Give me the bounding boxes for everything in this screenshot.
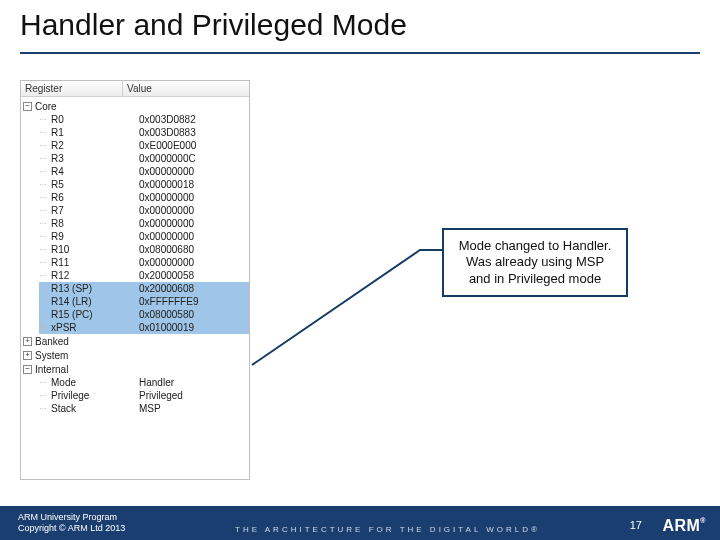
register-row[interactable]: ⋯R10x003D0883 (39, 126, 249, 139)
register-value: 0x0000000C (133, 153, 249, 164)
tree-tick-icon: ⋯ (39, 258, 47, 267)
internal-value: Handler (133, 377, 249, 388)
register-row[interactable]: ⋯R40x00000000 (39, 165, 249, 178)
register-name: R2 (49, 140, 133, 151)
register-name: R11 (49, 257, 133, 268)
register-value: 0x01000019 (133, 322, 249, 333)
register-value: 0x08000680 (133, 244, 249, 255)
register-row[interactable]: ⋯R90x00000000 (39, 230, 249, 243)
register-row[interactable]: ⋯R110x00000000 (39, 256, 249, 269)
tree-tick-icon: ⋯ (39, 391, 47, 400)
tree-tick-icon: ⋯ (39, 310, 47, 319)
tree-tick-icon: ⋯ (39, 206, 47, 215)
tree-tick-icon: ⋯ (39, 245, 47, 254)
internal-name: Mode (49, 377, 133, 388)
plus-icon[interactable]: ⊞ (39, 323, 47, 332)
register-value: 0x20000608 (133, 283, 249, 294)
tree-tick-icon: ⋯ (39, 284, 47, 293)
register-row[interactable]: ⋯R60x00000000 (39, 191, 249, 204)
footer-bar: ARM University Program Copyright © ARM L… (0, 506, 720, 540)
group-core-label: Core (35, 101, 57, 112)
tree-tick-icon: ⋯ (39, 141, 47, 150)
col-header-register[interactable]: Register (21, 81, 123, 96)
page-title: Handler and Privileged Mode (20, 8, 407, 42)
register-name: R8 (49, 218, 133, 229)
group-system[interactable]: + System (21, 348, 249, 362)
register-row[interactable]: ⋯R100x08000680 (39, 243, 249, 256)
register-row[interactable]: ⊞xPSR0x01000019 (39, 321, 249, 334)
footer-tagline: THE ARCHITECTURE FOR THE DIGITAL WORLD® (235, 525, 540, 534)
tree-tick-icon: ⋯ (39, 219, 47, 228)
group-internal[interactable]: − Internal (21, 362, 249, 376)
register-row[interactable]: ⋯R20xE000E000 (39, 139, 249, 152)
register-name: R3 (49, 153, 133, 164)
internal-name: Stack (49, 403, 133, 414)
register-name: R6 (49, 192, 133, 203)
register-name: R15 (PC) (49, 309, 133, 320)
register-row[interactable]: ⋯R70x00000000 (39, 204, 249, 217)
register-row[interactable]: ⋯R13 (SP)0x20000608 (39, 282, 249, 295)
tree-tick-icon: ⋯ (39, 193, 47, 202)
register-row[interactable]: ⋯R30x0000000C (39, 152, 249, 165)
registered-mark: ® (700, 517, 706, 524)
tree-tick-icon: ⋯ (39, 180, 47, 189)
internal-value: Privileged (133, 390, 249, 401)
tree-tick-icon: ⋯ (39, 154, 47, 163)
tree-tick-icon: ⋯ (39, 232, 47, 241)
internal-row[interactable]: ⋯StackMSP (39, 402, 249, 415)
register-name: R5 (49, 179, 133, 190)
tree-tick-icon: ⋯ (39, 297, 47, 306)
page-number: 17 (630, 519, 642, 531)
register-name: R4 (49, 166, 133, 177)
register-value: 0x00000000 (133, 231, 249, 242)
group-core[interactable]: − Core (21, 99, 249, 113)
callout-box: Mode changed to Handler. Was already usi… (442, 228, 628, 297)
plus-icon[interactable]: + (23, 351, 32, 360)
register-row[interactable]: ⋯R14 (LR)0xFFFFFFE9 (39, 295, 249, 308)
register-name: R7 (49, 205, 133, 216)
group-banked-label: Banked (35, 336, 69, 347)
col-header-value[interactable]: Value (123, 81, 249, 96)
slide: Handler and Privileged Mode Register Val… (0, 0, 720, 540)
arm-logo-text: ARM (662, 517, 700, 534)
minus-icon[interactable]: − (23, 365, 32, 374)
internal-row[interactable]: ⋯ModeHandler (39, 376, 249, 389)
register-value: 0x00000000 (133, 166, 249, 177)
arm-logo: ARM® (662, 517, 706, 535)
register-value: 0xE000E000 (133, 140, 249, 151)
footer-copyright: ARM University Program Copyright © ARM L… (0, 512, 125, 534)
internal-row[interactable]: ⋯PrivilegePrivileged (39, 389, 249, 402)
register-name: R14 (LR) (49, 296, 133, 307)
register-panel: Register Value − Core ⋯R00x003D0882⋯R10x… (20, 80, 250, 480)
register-name: R0 (49, 114, 133, 125)
footer-line2: Copyright © ARM Ltd 2013 (18, 523, 125, 534)
group-banked[interactable]: + Banked (21, 334, 249, 348)
register-name: R1 (49, 127, 133, 138)
register-row[interactable]: ⋯R80x00000000 (39, 217, 249, 230)
internal-value: MSP (133, 403, 249, 414)
register-value: 0x003D0882 (133, 114, 249, 125)
core-register-list: ⋯R00x003D0882⋯R10x003D0883⋯R20xE000E000⋯… (21, 113, 249, 334)
group-internal-label: Internal (35, 364, 68, 375)
tree-tick-icon: ⋯ (39, 167, 47, 176)
footer-line1: ARM University Program (18, 512, 125, 523)
tree-tick-icon: ⋯ (39, 271, 47, 280)
title-divider (20, 52, 700, 54)
register-row[interactable]: ⋯R120x20000058 (39, 269, 249, 282)
register-value: 0x00000000 (133, 205, 249, 216)
plus-icon[interactable]: + (23, 337, 32, 346)
register-row[interactable]: ⋯R50x00000018 (39, 178, 249, 191)
register-name: xPSR (49, 322, 133, 333)
group-system-label: System (35, 350, 68, 361)
register-name: R13 (SP) (49, 283, 133, 294)
tree-tick-icon: ⋯ (39, 378, 47, 387)
register-value: 0x003D0883 (133, 127, 249, 138)
register-name: R9 (49, 231, 133, 242)
register-row[interactable]: ⋯R00x003D0882 (39, 113, 249, 126)
register-tree: − Core ⋯R00x003D0882⋯R10x003D0883⋯R20xE0… (21, 97, 249, 415)
minus-icon[interactable]: − (23, 102, 32, 111)
register-name: R12 (49, 270, 133, 281)
tree-tick-icon: ⋯ (39, 404, 47, 413)
register-value: 0xFFFFFFE9 (133, 296, 249, 307)
register-row[interactable]: ⋯R15 (PC)0x08000580 (39, 308, 249, 321)
